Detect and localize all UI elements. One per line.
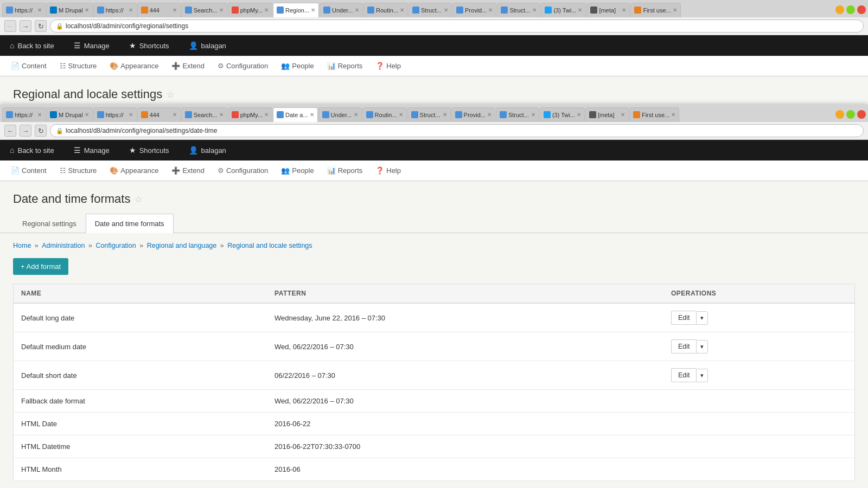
- tab2-444[interactable]: 444 ✕: [137, 107, 181, 122]
- edit-btn-long[interactable]: Edit: [671, 311, 697, 325]
- nav-people-2[interactable]: 👥 People: [276, 164, 319, 177]
- breadcrumb-regional-locale[interactable]: Regional and locale settings: [227, 242, 312, 249]
- forward-btn-1[interactable]: →: [20, 20, 31, 32]
- tab2-php[interactable]: phpMy... ✕: [228, 107, 272, 122]
- tab-struct2[interactable]: Struct... ✕: [497, 3, 540, 17]
- user-btn-1[interactable]: 👤 balagan: [184, 39, 231, 52]
- tab-struct1[interactable]: Struct... ✕: [409, 3, 452, 17]
- bookmark-icon-2[interactable]: ☆: [135, 194, 142, 204]
- nav-reports-1[interactable]: 📊 Reports: [322, 60, 368, 72]
- tab2-favicon: [6, 111, 13, 118]
- edit-dropdown-long[interactable]: ▾: [696, 311, 708, 325]
- breadcrumb-admin[interactable]: Administration: [42, 242, 85, 249]
- tab2-meta[interactable]: [meta] ✕: [585, 107, 629, 122]
- shortcuts-btn-2[interactable]: ★ Shortcuts: [125, 144, 174, 157]
- minimize-btn[interactable]: [835, 5, 844, 14]
- tab2-https1[interactable]: https:// ✕: [2, 107, 46, 122]
- nav-extend-2[interactable]: ➕ Extend: [166, 164, 209, 177]
- tab-date-time-formats[interactable]: Date and time formats: [86, 214, 174, 233]
- shortcuts-btn-1[interactable]: ★ Shortcuts: [125, 39, 174, 52]
- home-icon-1: ⌂: [10, 41, 14, 50]
- nav-help-2[interactable]: ❓ Help: [370, 164, 406, 177]
- tab2-provid[interactable]: Provid... ✕: [451, 107, 495, 122]
- tab-provid[interactable]: Provid... ✕: [452, 3, 496, 17]
- tab2-routing[interactable]: Routin... ✕: [362, 107, 407, 122]
- tab2-firstuse[interactable]: First use... ✕: [629, 107, 679, 122]
- tab-https2[interactable]: https:// ✕: [93, 3, 137, 17]
- appearance-icon-1: 🎨: [110, 62, 118, 70]
- nav-structure-1[interactable]: ☷ Structure: [54, 60, 103, 72]
- tab-drupal1[interactable]: M Drupal ✕: [46, 3, 93, 17]
- tab-region-active[interactable]: Region... ✕: [273, 3, 319, 17]
- forward-btn-2[interactable]: →: [20, 125, 31, 137]
- help-icon-1: ❓: [375, 62, 384, 70]
- back-to-site-btn-2[interactable]: ⌂ Back to site: [5, 144, 59, 157]
- help-icon-2: ❓: [375, 166, 384, 175]
- reload-btn-1[interactable]: ↻: [35, 20, 47, 32]
- maximize-btn[interactable]: [846, 5, 855, 14]
- tab-under[interactable]: Under... ✕: [320, 3, 363, 17]
- back-to-site-btn-1[interactable]: ⌂ Back to site: [5, 39, 59, 52]
- close-btn-2[interactable]: [857, 110, 866, 119]
- cell-name-long: Default long date: [14, 303, 267, 332]
- tab-search[interactable]: Search... ✕: [181, 3, 227, 17]
- tab2-twitter[interactable]: (3) Twi... ✕: [540, 107, 585, 122]
- configuration-icon-1: ⚙: [218, 62, 224, 70]
- tab2-favicon: [232, 111, 239, 118]
- address-input-2[interactable]: 🔒 localhost/d8/admin/config/regional/set…: [50, 124, 864, 137]
- close-btn[interactable]: [857, 5, 866, 14]
- tab-https1[interactable]: https:// ✕: [2, 3, 46, 17]
- tab2-drupal[interactable]: M Drupal ✕: [46, 107, 93, 122]
- tab-firstuse[interactable]: First use... ✕: [630, 3, 680, 17]
- breadcrumb-regional-lang[interactable]: Regional and language: [147, 242, 217, 249]
- nav-reports-2[interactable]: 📊 Reports: [322, 164, 368, 177]
- nav-appearance-1[interactable]: 🎨 Appearance: [104, 60, 164, 72]
- tab-444[interactable]: 444 ✕: [137, 3, 181, 17]
- tab-routing[interactable]: Routin... ✕: [363, 3, 408, 17]
- tab2-under[interactable]: Under... ✕: [318, 107, 362, 122]
- tab-bar-2: https:// ✕ M Drupal ✕ https:// ✕ 444 ✕: [0, 105, 868, 122]
- bookmark-icon-1[interactable]: ☆: [167, 89, 174, 100]
- appearance-icon-2: 🎨: [110, 166, 118, 175]
- tab2-search[interactable]: Search... ✕: [181, 107, 227, 122]
- minimize-btn-2[interactable]: [835, 110, 844, 119]
- secondary-nav-1: 📄 Content ☷ Structure 🎨 Appearance ➕ Ext…: [0, 56, 868, 76]
- edit-dropdown-medium[interactable]: ▾: [696, 340, 708, 354]
- tab2-struct2[interactable]: Struct... ✕: [496, 107, 539, 122]
- manage-btn-1[interactable]: ☰ Manage: [69, 39, 114, 52]
- back-btn-2[interactable]: ←: [4, 125, 16, 137]
- tab-phpmyadmin[interactable]: phpMy... ✕: [228, 3, 272, 17]
- nav-content-2[interactable]: 📄 Content: [5, 164, 52, 177]
- tab-regional-settings[interactable]: Regional settings: [13, 214, 86, 233]
- nav-structure-2[interactable]: ☷ Structure: [54, 164, 103, 177]
- tab2-https2[interactable]: https:// ✕: [93, 107, 137, 122]
- tab-favicon: [141, 7, 148, 14]
- tab-twitter[interactable]: (3) Twi... ✕: [541, 3, 586, 17]
- user-btn-2[interactable]: 👤 balagan: [184, 144, 231, 157]
- nav-configuration-2[interactable]: ⚙ Configuration: [212, 164, 273, 177]
- nav-content-1[interactable]: 📄 Content: [5, 60, 52, 72]
- nav-configuration-1[interactable]: ⚙ Configuration: [212, 60, 273, 72]
- reload-btn-2[interactable]: ↻: [35, 125, 47, 137]
- edit-btn-short[interactable]: Edit: [671, 368, 697, 382]
- maximize-btn-2[interactable]: [846, 110, 855, 119]
- tab-meta[interactable]: [meta] ✕: [586, 3, 630, 17]
- tab2-date-active[interactable]: Date a... ✕: [273, 107, 318, 122]
- breadcrumb-home[interactable]: Home: [13, 242, 31, 249]
- nav-extend-1[interactable]: ➕ Extend: [166, 60, 209, 72]
- address-input-1[interactable]: 🔒 localhost/d8/admin/config/regional/set…: [50, 20, 864, 33]
- tab2-struct1[interactable]: Struct... ✕: [407, 107, 451, 122]
- edit-btn-medium[interactable]: Edit: [671, 339, 697, 354]
- edit-dropdown-short[interactable]: ▾: [696, 369, 708, 382]
- lock-icon-1: 🔒: [56, 23, 63, 30]
- nav-appearance-2[interactable]: 🎨 Appearance: [104, 164, 164, 177]
- breadcrumb-config[interactable]: Configuration: [95, 242, 136, 249]
- nav-people-1[interactable]: 👥 People: [276, 60, 319, 72]
- nav-help-1[interactable]: ❓ Help: [370, 60, 406, 72]
- menu-icon-2: ☰: [74, 146, 81, 155]
- back-btn-1[interactable]: ←: [4, 20, 16, 32]
- add-format-button[interactable]: + Add format: [13, 258, 68, 275]
- admin-toolbar-2: ⌂ Back to site ☰ Manage ★ Shortcuts 👤 ba…: [0, 140, 868, 160]
- manage-btn-2[interactable]: ☰ Manage: [69, 144, 114, 157]
- cell-pattern-medium: Wed, 06/22/2016 – 07:30: [267, 332, 663, 361]
